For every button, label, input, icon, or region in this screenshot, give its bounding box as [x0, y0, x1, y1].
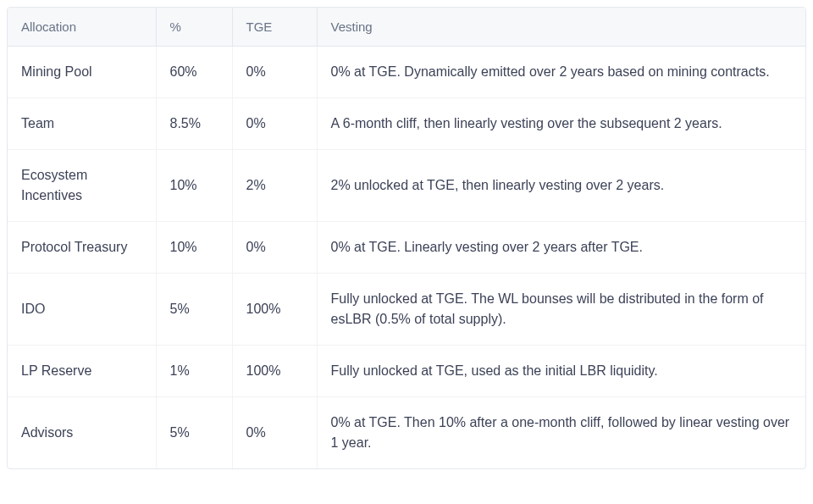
table-row: Protocol Treasury 10% 0% 0% at TGE. Line… [8, 222, 805, 274]
cell-allocation: Ecosystem Incentives [8, 150, 156, 222]
cell-tge: 100% [232, 274, 317, 346]
cell-percent: 60% [156, 47, 232, 98]
cell-vesting: 2% unlocked at TGE, then linearly vestin… [317, 150, 805, 222]
cell-tge: 0% [232, 397, 317, 469]
cell-vesting: Fully unlocked at TGE. The WL bounses wi… [317, 274, 805, 346]
header-vesting: Vesting [317, 8, 805, 47]
cell-tge: 0% [232, 222, 317, 274]
cell-vesting: Fully unlocked at TGE, used as the initi… [317, 346, 805, 397]
cell-allocation: LP Reserve [8, 346, 156, 397]
cell-allocation: Team [8, 98, 156, 150]
cell-tge: 100% [232, 346, 317, 397]
cell-percent: 10% [156, 150, 232, 222]
table-row: LP Reserve 1% 100% Fully unlocked at TGE… [8, 346, 805, 397]
table-row: Ecosystem Incentives 10% 2% 2% unlocked … [8, 150, 805, 222]
cell-allocation: Advisors [8, 397, 156, 469]
header-allocation: Allocation [8, 8, 156, 47]
cell-vesting: 0% at TGE. Dynamically emitted over 2 ye… [317, 47, 805, 98]
cell-tge: 0% [232, 47, 317, 98]
table-row: Mining Pool 60% 0% 0% at TGE. Dynamicall… [8, 47, 805, 98]
cell-allocation: IDO [8, 274, 156, 346]
table-row: Team 8.5% 0% A 6-month cliff, then linea… [8, 98, 805, 150]
table-row: IDO 5% 100% Fully unlocked at TGE. The W… [8, 274, 805, 346]
cell-percent: 5% [156, 397, 232, 469]
cell-percent: 1% [156, 346, 232, 397]
cell-vesting: 0% at TGE. Then 10% after a one-month cl… [317, 397, 805, 469]
cell-vesting: 0% at TGE. Linearly vesting over 2 years… [317, 222, 805, 274]
cell-percent: 5% [156, 274, 232, 346]
cell-percent: 10% [156, 222, 232, 274]
table-header-row: Allocation % TGE Vesting [8, 8, 805, 47]
cell-allocation: Protocol Treasury [8, 222, 156, 274]
header-tge: TGE [232, 8, 317, 47]
cell-tge: 2% [232, 150, 317, 222]
table: Allocation % TGE Vesting Mining Pool 60%… [8, 8, 805, 468]
header-percent: % [156, 8, 232, 47]
cell-tge: 0% [232, 98, 317, 150]
table-body: Mining Pool 60% 0% 0% at TGE. Dynamicall… [8, 47, 805, 469]
table-header: Allocation % TGE Vesting [8, 8, 805, 47]
table-row: Advisors 5% 0% 0% at TGE. Then 10% after… [8, 397, 805, 469]
cell-vesting: A 6-month cliff, then linearly vesting o… [317, 98, 805, 150]
allocation-table: Allocation % TGE Vesting Mining Pool 60%… [7, 7, 806, 469]
cell-allocation: Mining Pool [8, 47, 156, 98]
cell-percent: 8.5% [156, 98, 232, 150]
